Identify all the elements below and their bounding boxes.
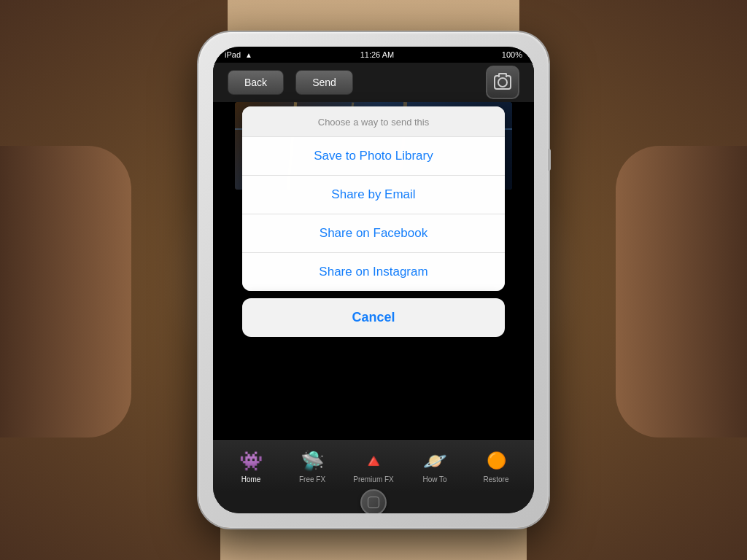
- cancel-button[interactable]: Cancel: [242, 298, 505, 337]
- action-sheet-title: Choose a way to send this: [242, 106, 505, 137]
- device-label: iPad: [225, 50, 241, 59]
- home-tab-icon: 👾: [239, 449, 263, 472]
- ipad-screen: iPad ▲ 11:26 AM 100% Back Send: [213, 47, 534, 513]
- share-on-facebook-option[interactable]: Share on Facebook: [242, 214, 505, 253]
- free-fx-tab-label: Free FX: [299, 475, 325, 483]
- tab-bar: 👾 Home 🛸 Free FX 🔺 Premium FX 🪐 How To 🟠…: [213, 440, 534, 491]
- tab-premium-fx[interactable]: 🔺 Premium FX: [352, 449, 395, 483]
- home-button-area: [213, 491, 534, 513]
- restore-tab-icon: 🟠: [484, 449, 508, 472]
- app-content: Back Send Choose a way to s: [213, 63, 534, 440]
- tab-free-fx[interactable]: 🛸 Free FX: [290, 449, 334, 483]
- side-button[interactable]: [548, 149, 551, 171]
- how-to-tab-icon: 🪐: [423, 449, 446, 472]
- tab-how-to[interactable]: 🪐 How To: [413, 449, 457, 483]
- hand-right: [616, 146, 747, 438]
- hand-left: [0, 146, 131, 438]
- free-fx-tab-icon: 🛸: [301, 449, 324, 472]
- home-button-icon: [368, 497, 379, 508]
- status-left: iPad ▲: [225, 50, 252, 59]
- tab-restore[interactable]: 🟠 Restore: [474, 449, 518, 483]
- save-to-photo-library-option[interactable]: Save to Photo Library: [242, 137, 505, 176]
- how-to-tab-label: How To: [422, 475, 446, 483]
- action-sheet: Choose a way to send this Save to Photo …: [242, 106, 505, 291]
- share-by-email-option[interactable]: Share by Email: [242, 176, 505, 214]
- action-sheet-overlay: Choose a way to send this Save to Photo …: [213, 63, 534, 440]
- clock: 11:26 AM: [360, 50, 394, 59]
- premium-fx-tab-label: Premium FX: [353, 475, 394, 483]
- tab-home[interactable]: 👾 Home: [229, 449, 273, 483]
- status-bar: iPad ▲ 11:26 AM 100%: [213, 47, 534, 63]
- restore-tab-label: Restore: [483, 475, 508, 483]
- share-on-instagram-option[interactable]: Share on Instagram: [242, 253, 505, 291]
- battery-indicator: 100%: [502, 50, 522, 59]
- ipad-frame: iPad ▲ 11:26 AM 100% Back Send: [198, 32, 549, 528]
- home-tab-label: Home: [241, 475, 261, 483]
- wifi-icon: ▲: [245, 51, 252, 59]
- home-button[interactable]: [360, 489, 387, 513]
- premium-fx-tab-icon: 🔺: [362, 449, 385, 472]
